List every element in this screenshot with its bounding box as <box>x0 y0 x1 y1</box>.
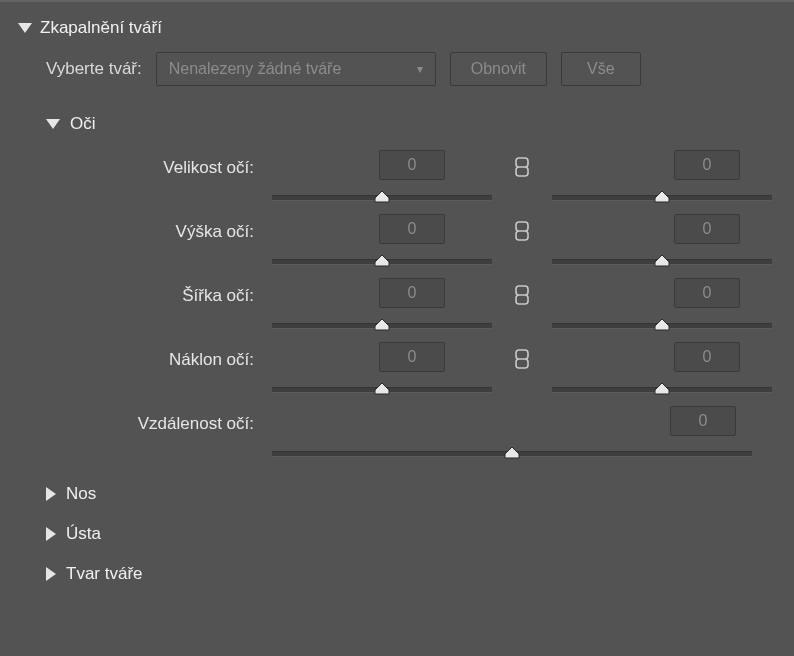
eyes-title: Oči <box>70 114 96 134</box>
caret-down-icon <box>46 119 60 129</box>
eye-size-label: Velikost očí: <box>52 150 272 178</box>
eye-width-right-slider[interactable] <box>552 318 772 334</box>
link-icon[interactable] <box>515 156 529 178</box>
eye-size-left-input[interactable]: 0 <box>379 150 445 180</box>
face-shape-title: Tvar tváře <box>66 564 143 584</box>
caret-right-icon <box>46 487 56 501</box>
nose-header[interactable]: Nos <box>46 474 782 514</box>
link-icon[interactable] <box>515 348 529 370</box>
face-dropdown-value: Nenalezeny žádné tváře <box>169 60 342 78</box>
eye-tilt-left-slider[interactable] <box>272 382 492 398</box>
slider-thumb-icon[interactable] <box>374 189 390 203</box>
eyes-section: Oči Velikost očí: 0 <box>12 108 782 462</box>
reset-button[interactable]: Obnovit <box>450 52 547 86</box>
face-dropdown[interactable]: Nenalezeny žádné tváře ▾ <box>156 52 436 86</box>
select-face-label: Vyberte tvář: <box>46 59 142 79</box>
slider-thumb-icon[interactable] <box>374 381 390 395</box>
eye-width-right-input[interactable]: 0 <box>674 278 740 308</box>
eye-height-right-slider[interactable] <box>552 254 772 270</box>
eye-size-left-slider[interactable] <box>272 190 492 206</box>
face-shape-header[interactable]: Tvar tváře <box>46 554 782 594</box>
eye-tilt-right-input[interactable]: 0 <box>674 342 740 372</box>
panel-header[interactable]: Zkapalnění tváří <box>12 12 782 52</box>
mouth-title: Ústa <box>66 524 101 544</box>
slider-thumb-icon[interactable] <box>374 317 390 331</box>
mouth-header[interactable]: Ústa <box>46 514 782 554</box>
slider-thumb-icon[interactable] <box>654 381 670 395</box>
slider-thumb-icon[interactable] <box>504 445 520 459</box>
svg-marker-7 <box>655 383 669 394</box>
eye-width-label: Šířka očí: <box>52 278 272 306</box>
eye-width-left-input[interactable]: 0 <box>379 278 445 308</box>
svg-marker-5 <box>655 319 669 330</box>
chevron-down-icon: ▾ <box>417 62 423 76</box>
eye-tilt-label: Náklon očí: <box>52 342 272 370</box>
slider-thumb-icon[interactable] <box>654 317 670 331</box>
eye-distance-input[interactable]: 0 <box>670 406 736 436</box>
caret-right-icon <box>46 527 56 541</box>
eye-width-left-slider[interactable] <box>272 318 492 334</box>
eye-distance-row: Vzdálenost očí: 0 <box>52 406 782 462</box>
svg-marker-3 <box>655 255 669 266</box>
link-icon[interactable] <box>515 220 529 242</box>
svg-marker-2 <box>375 255 389 266</box>
eye-height-label: Výška očí: <box>52 214 272 242</box>
eye-height-right-input[interactable]: 0 <box>674 214 740 244</box>
eye-height-row: Výška očí: 0 <box>52 214 782 270</box>
all-button[interactable]: Vše <box>561 52 641 86</box>
caret-down-icon <box>18 23 32 33</box>
eye-height-left-input[interactable]: 0 <box>379 214 445 244</box>
svg-marker-4 <box>375 319 389 330</box>
eye-size-right-slider[interactable] <box>552 190 772 206</box>
slider-thumb-icon[interactable] <box>374 253 390 267</box>
svg-marker-6 <box>375 383 389 394</box>
eye-tilt-right-slider[interactable] <box>552 382 772 398</box>
face-liquify-panel: Zkapalnění tváří Vyberte tvář: Nenalezen… <box>0 0 794 594</box>
face-select-row: Vyberte tvář: Nenalezeny žádné tváře ▾ O… <box>12 52 782 108</box>
caret-right-icon <box>46 567 56 581</box>
eyes-header[interactable]: Oči <box>46 108 782 150</box>
svg-marker-0 <box>375 191 389 202</box>
eye-distance-label: Vzdálenost očí: <box>52 406 272 434</box>
slider-thumb-icon[interactable] <box>654 253 670 267</box>
eyes-sliders: Velikost očí: 0 <box>46 150 782 462</box>
eye-size-right-input[interactable]: 0 <box>674 150 740 180</box>
eye-width-row: Šířka očí: 0 <box>52 278 782 334</box>
eye-size-row: Velikost očí: 0 <box>52 150 782 206</box>
slider-thumb-icon[interactable] <box>654 189 670 203</box>
nose-title: Nos <box>66 484 96 504</box>
eye-height-left-slider[interactable] <box>272 254 492 270</box>
eye-distance-slider[interactable] <box>272 446 752 462</box>
collapsed-sections: Nos Ústa Tvar tváře <box>12 470 782 594</box>
svg-marker-1 <box>655 191 669 202</box>
svg-marker-8 <box>505 447 519 458</box>
link-icon[interactable] <box>515 284 529 306</box>
eye-tilt-row: Náklon očí: 0 <box>52 342 782 398</box>
eye-tilt-left-input[interactable]: 0 <box>379 342 445 372</box>
panel-title: Zkapalnění tváří <box>40 18 162 38</box>
